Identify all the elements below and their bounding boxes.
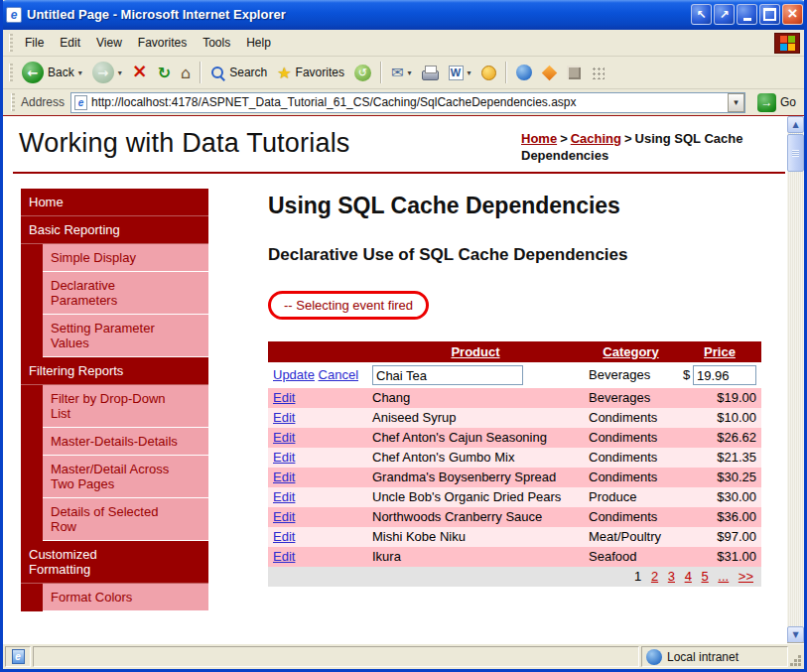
- pager-page-link[interactable]: 4: [685, 569, 692, 584]
- scrollbar-track[interactable]: [787, 133, 804, 626]
- maximize-button[interactable]: [759, 4, 780, 25]
- toolbar-grip[interactable]: [9, 64, 13, 81]
- breadcrumb-caching-link[interactable]: Caching: [571, 131, 621, 146]
- web-tool-button-1[interactable]: [511, 62, 537, 83]
- ie-page-icon: [6, 7, 22, 23]
- sidebar-section-customized-formatting[interactable]: Customized Formatting: [21, 541, 208, 584]
- product-column-header: Product: [367, 341, 584, 362]
- category-cell: Seafood: [584, 547, 678, 567]
- edit-with-word-button[interactable]: [444, 63, 476, 83]
- edit-link[interactable]: Edit: [273, 529, 295, 544]
- menu-file[interactable]: File: [17, 32, 52, 54]
- menu-help[interactable]: Help: [238, 32, 279, 54]
- category-cell: Condiments: [584, 448, 678, 468]
- cancel-link[interactable]: Cancel: [319, 367, 358, 382]
- category-cell: Condiments: [584, 468, 678, 487]
- forward-button[interactable]: [87, 59, 127, 86]
- address-field: [70, 92, 745, 113]
- back-button[interactable]: Back: [17, 59, 87, 86]
- sidebar-section-filtering-reports[interactable]: Filtering Reports: [21, 357, 208, 385]
- status-icon-panel: [5, 646, 31, 667]
- sidebar-section-basic-reporting[interactable]: Basic Reporting: [21, 216, 208, 244]
- sidebar-item-format-colors[interactable]: Format Colors: [43, 584, 208, 611]
- edit-link[interactable]: Edit: [273, 410, 295, 425]
- menu-tools[interactable]: Tools: [195, 32, 238, 54]
- go-button[interactable]: Go: [753, 91, 800, 114]
- edit-link[interactable]: Edit: [273, 470, 295, 484]
- table-row: Edit Chang Beverages $19.00: [268, 388, 761, 408]
- address-input[interactable]: [91, 94, 728, 111]
- address-dropdown-button[interactable]: [728, 93, 744, 112]
- scrollbar-thumb[interactable]: [787, 134, 804, 172]
- home-button[interactable]: [176, 61, 196, 85]
- sidebar-item-master-details-details[interactable]: Master-Details-Details: [43, 428, 208, 456]
- product-edit-input[interactable]: [372, 365, 523, 385]
- sidebar-item-home[interactable]: Home: [21, 189, 208, 216]
- breadcrumb-separator: >: [560, 131, 568, 146]
- breadcrumb: Home>Caching>Using SQL Cache Dependencie…: [521, 130, 777, 164]
- sidebar-item-filter-by-dropdown-list[interactable]: Filter by Drop-Down List: [43, 385, 208, 428]
- grid-icon: [591, 66, 605, 79]
- edit-dropdown-icon[interactable]: [468, 68, 471, 77]
- pager-ellipsis-link[interactable]: ...: [718, 569, 729, 584]
- category-sort-link[interactable]: Category: [603, 344, 658, 359]
- table-row: Edit Aniseed Syrup Condiments $10.00: [268, 408, 761, 428]
- back-dropdown-icon[interactable]: [78, 68, 82, 77]
- favorites-button[interactable]: Favorites: [272, 61, 349, 85]
- product-sort-link[interactable]: Product: [451, 344, 499, 359]
- edit-link[interactable]: Edit: [273, 390, 295, 405]
- breadcrumb-home-link[interactable]: Home: [521, 131, 557, 146]
- history-button[interactable]: [349, 62, 376, 84]
- search-button[interactable]: Search: [205, 63, 272, 83]
- close-button[interactable]: [782, 4, 803, 25]
- web-tool-button-2[interactable]: [537, 63, 562, 83]
- edit-link[interactable]: Edit: [273, 430, 295, 445]
- pager-page-link[interactable]: 5: [701, 569, 708, 584]
- refresh-button[interactable]: [153, 61, 176, 85]
- pager-next-link[interactable]: >>: [739, 569, 753, 584]
- stop-button[interactable]: [127, 61, 153, 84]
- menu-view[interactable]: View: [88, 32, 130, 54]
- edit-link[interactable]: Edit: [273, 549, 295, 564]
- move-window-right-button[interactable]: [714, 4, 735, 25]
- messenger-button[interactable]: [476, 63, 501, 83]
- menu-edit[interactable]: Edit: [52, 32, 88, 54]
- update-link[interactable]: Update: [273, 367, 315, 382]
- price-cell: $36.00: [678, 507, 761, 527]
- minimize-button[interactable]: [737, 4, 757, 25]
- sidebar-item-setting-parameter-values[interactable]: Setting Parameter Values: [43, 315, 208, 357]
- mail-button[interactable]: [386, 61, 417, 84]
- sidebar-item-master-detail-two-pages[interactable]: Master/Detail Across Two Pages: [43, 456, 208, 498]
- edit-column-header: [268, 341, 367, 362]
- web-tool-button-4[interactable]: [586, 63, 609, 82]
- titlebar[interactable]: Untitled Page - Microsoft Internet Explo…: [0, 0, 807, 30]
- edit-link[interactable]: Edit: [273, 489, 295, 504]
- globe-icon: [516, 65, 532, 80]
- sidebar-item-details-of-selected-row[interactable]: Details of Selected Row: [43, 498, 208, 541]
- edit-link[interactable]: Edit: [273, 509, 295, 524]
- print-button[interactable]: [417, 63, 444, 82]
- scroll-down-button[interactable]: [787, 626, 804, 643]
- table-row: Edit Uncle Bob's Organic Dried Pears Pro…: [268, 487, 761, 507]
- category-cell: Produce: [584, 487, 678, 507]
- windows-logo-icon: [774, 33, 800, 54]
- pager-page-link[interactable]: 3: [668, 569, 675, 584]
- forward-dropdown-icon[interactable]: [118, 68, 122, 77]
- toolbar-grip[interactable]: [11, 93, 15, 111]
- pager-page-link[interactable]: 2: [651, 569, 658, 584]
- toolbar-grip[interactable]: [9, 34, 13, 52]
- menu-favorites[interactable]: Favorites: [130, 32, 195, 54]
- price-sort-link[interactable]: Price: [704, 344, 736, 359]
- sidebar-item-declarative-parameters[interactable]: Declarative Parameters: [43, 272, 208, 315]
- mail-dropdown-icon[interactable]: [408, 68, 412, 77]
- web-tool-button-3[interactable]: [562, 63, 586, 82]
- price-edit-input[interactable]: [693, 365, 756, 385]
- resize-grip[interactable]: [788, 646, 802, 667]
- scroll-up-button[interactable]: [787, 116, 804, 133]
- sidebar-item-simple-display[interactable]: Simple Display: [43, 244, 208, 272]
- category-cell: Condiments: [584, 428, 678, 448]
- move-window-left-button[interactable]: [691, 4, 712, 25]
- vertical-scrollbar[interactable]: [787, 116, 804, 643]
- edit-link[interactable]: Edit: [273, 450, 295, 465]
- category-cell: Beverages: [584, 388, 678, 408]
